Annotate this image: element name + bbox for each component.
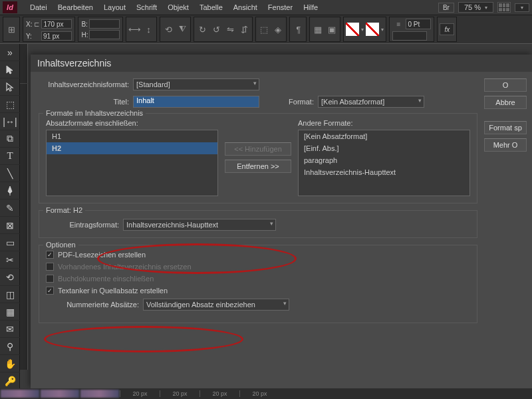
line-tool[interactable]: ╲ — [0, 165, 20, 182]
rectangle-tool[interactable]: ▭ — [0, 234, 20, 251]
flip-v-icon[interactable]: ⇵ — [238, 23, 250, 35]
link-icon[interactable]: ⊏ — [33, 18, 40, 30]
reference-point-icon[interactable]: ⊞ — [5, 23, 17, 35]
checkbox-label: Textanker in Quellabsatz erstellen — [58, 287, 168, 295]
menu-help[interactable]: Hilfe — [299, 1, 323, 13]
position-group: X:⊏ Y: — [23, 17, 75, 42]
list-item[interactable]: Inhaltsverzeichnis-Haupttext — [299, 166, 469, 178]
gap-tool[interactable]: |↔| — [0, 113, 20, 130]
paragraph-style-icon[interactable]: ¶ — [292, 23, 304, 35]
menu-object[interactable]: Objekt — [163, 1, 194, 13]
w-input[interactable] — [89, 19, 120, 29]
list-item[interactable]: H2 — [47, 142, 217, 154]
add-button[interactable]: << Hinzufügen — [225, 142, 291, 156]
menu-edit[interactable]: Bearbeiten — [53, 1, 98, 13]
fx-button[interactable]: fx — [440, 23, 454, 35]
cancel-button[interactable]: Abbre — [484, 96, 527, 109]
scale-x-icon[interactable]: ⟷ — [128, 23, 140, 35]
fill-auto-icon[interactable]: ▦ — [312, 23, 324, 35]
page-tool[interactable]: ⬚ — [0, 96, 20, 113]
side-panel-tabs — [20, 44, 28, 370]
container-select-icon[interactable]: ⬚ — [258, 23, 270, 35]
chevron-down-icon[interactable]: ▾ — [381, 27, 384, 33]
scissors-tool[interactable]: ✂ — [0, 251, 20, 269]
list-item[interactable]: [Kein Absatzformat] — [299, 130, 469, 142]
menu-table[interactable]: Tabelle — [195, 1, 227, 13]
eyedropper-tool[interactable]: ⚲ — [0, 338, 20, 355]
include-label: Absatzformate einschließen: — [46, 119, 218, 127]
stroke-swatch[interactable] — [366, 23, 379, 36]
toc-format-dropdown[interactable]: [Standard] — [133, 78, 259, 90]
fill-frame-icon[interactable]: ▣ — [326, 23, 338, 35]
content-select-icon[interactable]: ◈ — [272, 23, 284, 35]
options-fieldset: Optionen ✓ PDF-Lesezeichen erstellen Vor… — [39, 245, 477, 323]
pdf-bookmarks-checkbox[interactable]: ✓ PDF-Lesezeichen erstellen — [46, 251, 470, 259]
side-tab[interactable] — [20, 44, 28, 84]
stroke-style-dropdown[interactable] — [392, 31, 427, 41]
zoom-dropdown[interactable]: 75 %▾ — [458, 2, 493, 13]
stroke-weight-input[interactable] — [406, 19, 431, 29]
more-options-button[interactable]: Mehr O — [484, 138, 527, 152]
entry-format-fieldset: Format: H2 Eintragsformat: Inhaltsverzei… — [39, 210, 477, 238]
stroke-weight-icon: ≡ — [392, 18, 404, 30]
hand-tool[interactable]: ✋ — [0, 355, 20, 372]
formats-fieldset: Formate im Inhaltsverzeichnis Absatzform… — [39, 113, 477, 203]
rotate-cw-icon[interactable]: ↻ — [196, 23, 208, 35]
fill-swatch[interactable] — [346, 23, 359, 36]
flip-h-icon[interactable]: ⇋ — [224, 23, 236, 35]
numbered-dropdown[interactable]: Vollständigen Absatz einbeziehen — [143, 299, 289, 311]
zoom-tool[interactable]: 🔑 — [0, 372, 20, 390]
checkbox-icon: ✓ — [46, 251, 54, 259]
rotate-ccw-icon[interactable]: ↺ — [210, 23, 222, 35]
shear-icon[interactable]: ⧨ — [176, 23, 188, 35]
gradient-feather-tool[interactable]: ▦ — [0, 303, 20, 321]
dialog-title: Inhaltsverzeichnis — [31, 55, 532, 72]
gradient-swatch-tool[interactable]: ◫ — [0, 286, 20, 303]
menu-type[interactable]: Schrift — [132, 1, 162, 13]
text-anchor-checkbox[interactable]: ✓ Textanker in Quellabsatz erstellen — [46, 287, 470, 295]
rectangle-frame-tool[interactable]: ⊠ — [0, 217, 20, 234]
list-item[interactable]: H1 — [47, 130, 217, 142]
ok-button[interactable]: O — [484, 78, 527, 92]
list-item[interactable]: [Einf. Abs.] — [299, 142, 469, 154]
scale-y-icon[interactable]: ↕ — [142, 23, 154, 35]
direct-selection-tool[interactable] — [0, 78, 20, 96]
thumbnail — [80, 390, 119, 398]
menu-view[interactable]: Ansicht — [229, 1, 262, 13]
arrange-dropdown[interactable]: ▾ — [515, 3, 529, 12]
h-label: H: — [81, 31, 88, 39]
title-input[interactable]: Inhalt — [133, 96, 259, 108]
toc-format-label: Inhaltsverzeichnisformat: — [39, 80, 129, 88]
bridge-button[interactable]: Br — [438, 3, 454, 13]
entry-format-dropdown[interactable]: Inhaltsverzeichnis-Haupttext — [123, 219, 276, 231]
chevron-down-icon[interactable]: ▾ — [361, 27, 364, 33]
title-format-dropdown[interactable]: [Kein Absatzformat] — [318, 96, 424, 108]
checkbox-label: PDF-Lesezeichen erstellen — [58, 251, 146, 259]
content-collector-tool[interactable]: ⧉ — [0, 130, 20, 148]
selection-tool[interactable] — [0, 61, 20, 78]
other-listbox[interactable]: [Kein Absatzformat] [Einf. Abs.] paragra… — [298, 130, 470, 196]
x-label: X: — [26, 21, 32, 28]
screen-mode-button[interactable] — [497, 2, 511, 13]
pencil-tool[interactable]: ✎ — [0, 200, 20, 217]
note-tool[interactable]: ✉ — [0, 321, 20, 338]
toc-dialog: Inhaltsverzeichnis Inhaltsverzeichnisfor… — [31, 55, 532, 388]
menu-layout[interactable]: Layout — [99, 1, 130, 13]
remove-button[interactable]: Entfernen >> — [225, 160, 291, 173]
menu-window[interactable]: Fenster — [263, 1, 297, 13]
y-input[interactable] — [41, 31, 72, 41]
h-input[interactable] — [89, 30, 120, 39]
free-transform-tool[interactable]: ⟲ — [0, 269, 20, 286]
rotate-icon[interactable]: ⟲ — [162, 23, 174, 35]
list-item[interactable]: paragraph — [299, 154, 469, 166]
thumbnail — [1, 390, 39, 398]
menu-file[interactable]: Datei — [25, 1, 52, 13]
pen-tool[interactable] — [0, 182, 20, 200]
chevron-down-icon: ▾ — [521, 5, 523, 11]
type-tool[interactable]: T — [0, 148, 20, 165]
checkbox-label: Buchdokumente einschließen — [58, 275, 154, 283]
x-input[interactable] — [41, 19, 72, 29]
save-format-button[interactable]: Format sp — [484, 121, 527, 134]
expand-icon[interactable]: » — [0, 44, 20, 61]
include-listbox[interactable]: H1 H2 — [46, 130, 218, 196]
